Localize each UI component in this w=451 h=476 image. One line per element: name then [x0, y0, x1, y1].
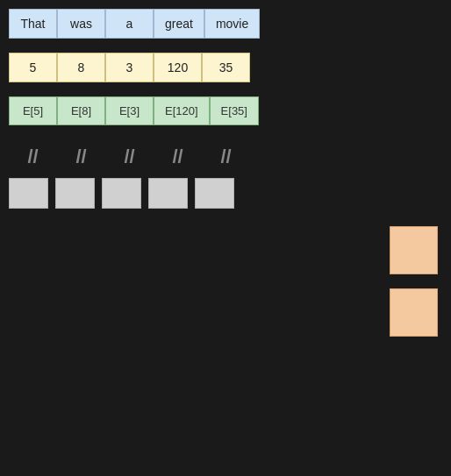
embed-cell-0: E[5]: [9, 96, 57, 125]
word-cell-0: That: [9, 9, 57, 39]
small-box-row: [9, 178, 442, 209]
small-box-1: [55, 178, 95, 209]
slash-row: // // // // //: [9, 139, 442, 174]
number-cell-1: 8: [57, 53, 105, 82]
number-cell-2: 3: [105, 53, 154, 82]
small-box-3: [148, 178, 188, 209]
slash-icon-3: //: [154, 139, 202, 174]
word-cell-3: great: [154, 9, 204, 39]
small-box-2: [102, 178, 141, 209]
peach-box-2: [390, 288, 438, 337]
small-box-4: [195, 178, 234, 209]
small-box-0: [9, 178, 48, 209]
number-cell-3: 120: [154, 53, 202, 82]
embed-cell-4: E[35]: [210, 96, 259, 125]
number-cell-0: 5: [9, 53, 57, 82]
peach-box-row-2: [9, 288, 442, 337]
slash-icon-2: //: [105, 139, 154, 174]
embed-cell-1: E[8]: [57, 96, 105, 125]
embed-cell-2: E[3]: [105, 96, 154, 125]
slash-icon-1: //: [57, 139, 105, 174]
word-cell-2: a: [105, 9, 154, 39]
embeddings-row: E[5] E[8] E[3] E[120] E[35]: [9, 96, 442, 125]
word-cell-1: was: [57, 9, 105, 39]
word-cell-4: movie: [204, 9, 260, 39]
number-cell-4: 35: [202, 53, 250, 82]
peach-box-1: [390, 226, 438, 274]
embed-cell-3: E[120]: [154, 96, 210, 125]
slash-icon-0: //: [9, 139, 57, 174]
peach-box-row-1: [9, 226, 442, 274]
slash-icon-4: //: [202, 139, 250, 174]
numbers-row: 5 8 3 120 35: [9, 53, 442, 82]
sentence-row: That was a great movie: [9, 9, 442, 39]
